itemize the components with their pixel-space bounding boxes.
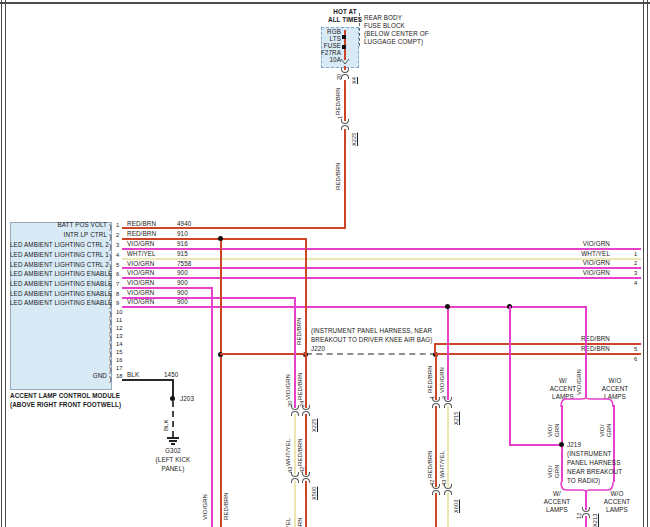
bottom-connector-name: X213 [592, 514, 599, 527]
wire-merged-stem-lower [585, 516, 587, 527]
module-pin-chevron: ) [109, 223, 112, 231]
wire-row9 [122, 306, 587, 308]
wire-lpair-vio-upper [294, 297, 296, 408]
branch-left-lower-label-a: VIO/ [547, 466, 554, 478]
rpair-mid-label-2: WHT/YEL [439, 451, 446, 478]
module-pin-chevron: ) [109, 366, 112, 374]
fuse-location-2: FUSE BLOCK [364, 22, 405, 30]
module-wire-7: VIO/GRN [127, 279, 154, 287]
wire-gnd-dashed [172, 401, 174, 437]
module-pin-chevron: ) [109, 272, 112, 280]
ground-symbol-bar2 [169, 440, 177, 442]
module-wire-8: VIO/GRN [127, 289, 154, 297]
rpair-upper-label-2: VIO/GRN [439, 367, 446, 393]
edge-wire-2: WHT/YEL [565, 250, 610, 258]
j219-label-1: J219 [567, 441, 581, 449]
module-circuit-6: 900 [177, 269, 188, 277]
module-pin-number-17: 17 [116, 364, 123, 372]
wire-j219-drop [509, 306, 511, 445]
wiring-diagram: HOT AT ALL TIMES RGB LTS FUSE F27RA 10A … [0, 0, 650, 527]
rpair-mid-label-1: RED/BRN [427, 450, 434, 478]
wire-row2-drop [305, 238, 307, 354]
lpair-mid-label-2: RED/BRN [297, 438, 304, 466]
module-wire-18: BLK [127, 371, 139, 379]
wire-row6 [122, 277, 641, 279]
module-wire-4: WHT/YEL [127, 250, 156, 258]
module-pin-number-11: 11 [116, 316, 122, 324]
module-circuit-4: 915 [177, 250, 188, 258]
lpair-mid-label-1: WHT/YEL [285, 439, 292, 466]
wire-label-above-splice: RED/BRN [296, 317, 303, 345]
fuse-location-3: (BELOW CENTER OF [364, 30, 429, 38]
module-pin-chevron: ) [109, 243, 112, 251]
without-accent-lower-2: ACCENT [598, 498, 636, 506]
lpair-lower-label-1: WHT/YEL [285, 518, 292, 527]
wire-row5 [122, 267, 641, 269]
module-circuit-3: 916 [177, 240, 188, 248]
module-pin-label-1: BATT POS VOLT [10, 221, 107, 229]
without-accent-lower-1: W/O [598, 490, 636, 498]
border-right-outer [647, 0, 648, 527]
wire-rpair-vio-upper [447, 306, 449, 400]
with-accent-upper-2: ACCENT [544, 385, 582, 393]
wire-rpair-red-mid [435, 406, 437, 487]
edge-wire-3: VIO/GRN [565, 259, 610, 267]
module-wire-3: VIO/GRN [127, 240, 154, 248]
wire-batt-feed-upper [344, 66, 346, 70]
wire-j219-feed [509, 444, 563, 446]
module-pin-chevron: ) [109, 301, 112, 309]
edge-pin-6: 6 [634, 355, 637, 363]
j220-label-3: J220 [311, 345, 325, 353]
with-accent-lower-2: ACCENT [540, 498, 574, 506]
module-circuit-2: 910 [177, 230, 188, 238]
module-pin-number-4: 4 [116, 251, 119, 259]
module-pin-chevron: ) [109, 375, 112, 383]
module-pin-label-5: LED AMBIENT LIGHTING CTRL 2 [10, 261, 107, 269]
edge-pin-1: 1 [634, 250, 637, 258]
gnd-wire-label: BLK [163, 419, 170, 431]
module-pin-chevron: ) [109, 292, 112, 300]
module-pin-number-7: 7 [116, 280, 119, 288]
module-pin-label-3: LED AMBIENT LIGHTING CTRL 2 [10, 241, 107, 249]
wire-row3 [122, 248, 641, 250]
module-wire-9: VIO/GRN [127, 298, 154, 306]
wire-rpair-yel-lower [447, 493, 449, 527]
wire-label-mid-left-vio: VIO/GRN [202, 494, 209, 520]
fuse-terminal-top [342, 35, 346, 39]
junction-dot-row2 [218, 236, 223, 241]
branch-split-bracket [560, 397, 614, 407]
border-left-outer [1, 0, 2, 527]
ground-name: G302 [150, 447, 196, 455]
module-pin-number-14: 14 [116, 340, 123, 348]
wire-edge-pin5 [435, 343, 641, 345]
module-pin-label-9: LED AMBIENT LIGHTING ENABLE [10, 299, 107, 307]
j220-label-2: BREAKOUT TO DRIVER KNEE AIR BAG) [311, 336, 432, 344]
ground-symbol-bar3 [171, 443, 175, 445]
branch-left-lower-label-b: GRN [554, 464, 561, 478]
fuse-location-1: REAR BODY [364, 14, 402, 22]
wire-label-batt-upper: RED/BRN [335, 87, 342, 115]
rpair-connector1-name: X215 [453, 412, 460, 425]
ground-location-2: PANEL) [150, 465, 196, 473]
module-pin-number-12: 12 [116, 324, 123, 332]
module-circuit-9: 900 [177, 298, 188, 306]
lpair-connector1-name: X225 [311, 419, 318, 432]
edge-wire-4: VIO/GRN [565, 269, 610, 277]
module-pin-label-7: LED AMBIENT LIGHTING ENABLE [10, 280, 107, 288]
j219-splice-dot [559, 442, 564, 447]
module-pin-number-13: 13 [116, 332, 123, 340]
module-pin-label-8: LED AMBIENT LIGHTING ENABLE [10, 290, 107, 298]
module-pin-chevron: ) [109, 253, 112, 261]
border-right-inner [643, 0, 644, 527]
module-circuit-18: 1450 [164, 371, 178, 379]
j219-label-4: NEAR BREAKOUT [567, 468, 622, 476]
wire-rpair-red-upper [435, 355, 437, 400]
without-accent-upper-1: W/O [596, 377, 634, 385]
lpair-connector2-name: X500 [311, 487, 318, 500]
with-accent-upper-1: W/ [544, 377, 582, 385]
ground-symbol-bar1 [167, 437, 179, 439]
j220-label-1: (INSTRUMENT PANEL HARNESS, NEAR [311, 327, 432, 335]
junction-dot-row9-a [445, 304, 450, 309]
without-accent-upper-2: ACCENT [596, 385, 634, 393]
wire-rpair-yel-mid [447, 406, 449, 487]
